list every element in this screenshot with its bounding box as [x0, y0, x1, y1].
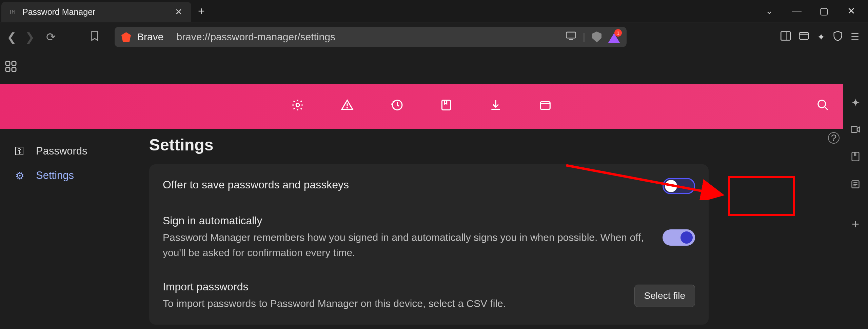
bookmark-page-icon[interactable]	[440, 99, 453, 115]
auto-signin-title: Sign in automatically	[163, 214, 652, 227]
leo-ai-icon[interactable]: ✦	[817, 32, 825, 43]
row-auto-signin: Sign in automatically Password Manager r…	[149, 204, 709, 270]
nav-settings-label: Settings	[36, 169, 74, 182]
close-window-button[interactable]: ✕	[844, 5, 858, 17]
omnibox-actions: | 1	[566, 31, 620, 43]
settings-card: Offer to save passwords and passkeys Sig…	[149, 164, 709, 325]
svg-point-14	[818, 100, 826, 107]
svg-rect-16	[851, 126, 857, 132]
address-bar[interactable]: Brave brave://password-manager/settings …	[115, 27, 627, 47]
titlebar: ⚿ Password Manager ✕ + ⌄ ― ▢ ✕	[0, 0, 868, 22]
reading-list-icon[interactable]	[851, 179, 860, 192]
hamburger-menu-icon[interactable]: ☰	[851, 32, 859, 43]
svg-rect-7	[12, 67, 16, 71]
auto-signin-desc: Password Manager remembers how you signe…	[163, 230, 652, 260]
settings-gear-icon[interactable]	[291, 99, 304, 115]
auto-signin-toggle[interactable]	[663, 229, 695, 246]
row-import: Import passwords To import passwords to …	[149, 270, 709, 321]
bookmarks-sidebar-icon[interactable]	[851, 151, 860, 164]
bookmark-icon[interactable]	[90, 30, 100, 44]
apps-grid-icon[interactable]	[5, 60, 17, 75]
minimize-button[interactable]: ―	[790, 6, 804, 17]
search-icon[interactable]	[816, 99, 829, 115]
video-icon[interactable]	[850, 124, 861, 137]
brave-rewards-icon[interactable]: 1	[608, 31, 620, 43]
nav-settings[interactable]: ⚙ Settings	[3, 163, 139, 188]
add-panel-icon[interactable]: +	[852, 217, 859, 231]
tab-search-icon[interactable]: ⌄	[766, 6, 773, 16]
reload-button[interactable]: ⟳	[44, 30, 58, 44]
key-icon: ⚿	[14, 145, 26, 157]
nav-passwords-label: Passwords	[36, 145, 87, 157]
svg-point-10	[347, 107, 348, 108]
offer-save-title: Offer to save passwords and passkeys	[163, 179, 652, 191]
alert-triangle-icon[interactable]	[341, 99, 354, 115]
window-controls: ― ▢ ✕	[790, 5, 858, 17]
rewards-badge: 1	[614, 29, 622, 37]
brave-shields-icon[interactable]	[592, 32, 601, 42]
key-icon: ⚿	[8, 9, 18, 15]
svg-point-8	[296, 103, 299, 107]
help-icon[interactable]: ?	[828, 132, 840, 144]
toolbar-right: ✦ ☰	[781, 30, 859, 44]
svg-line-15	[825, 106, 828, 110]
toolbar: ❮ ❯ ⟳ Brave brave://password-manager/set…	[0, 22, 868, 52]
select-file-button[interactable]: Select file	[634, 285, 695, 307]
left-nav: ⚿ Passwords ⚙ Settings	[0, 129, 142, 329]
import-title: Import passwords	[163, 281, 624, 293]
url-text: brave://password-manager/settings	[176, 31, 559, 43]
page-title: Settings	[149, 136, 829, 154]
history-clock-icon[interactable]	[390, 99, 403, 115]
content: ? Settings Offer to save passwords and p…	[142, 129, 843, 329]
svg-rect-5	[12, 61, 16, 65]
browser-tab[interactable]: ⚿ Password Manager ✕	[1, 2, 191, 22]
wallet-icon[interactable]	[799, 31, 809, 43]
apps-row	[0, 52, 868, 84]
forward-button[interactable]: ❯	[23, 30, 37, 44]
close-tab-icon[interactable]: ✕	[173, 5, 184, 19]
row-offer-save: Offer to save passwords and passkeys	[149, 168, 709, 204]
right-sidebar: ✦ +	[843, 84, 868, 329]
shield-outline-icon[interactable]	[833, 30, 843, 44]
nav-passwords[interactable]: ⚿ Passwords	[3, 139, 139, 163]
svg-rect-1	[781, 32, 790, 40]
svg-rect-3	[799, 33, 809, 39]
new-tab-button[interactable]: +	[198, 4, 205, 18]
svg-rect-6	[6, 67, 10, 71]
offer-save-toggle[interactable]	[663, 178, 695, 194]
password-manager-toolbar	[0, 84, 843, 129]
svg-rect-4	[6, 61, 10, 65]
back-button[interactable]: ❮	[5, 30, 18, 44]
svg-rect-0	[566, 32, 576, 38]
gear-icon: ⚙	[14, 170, 26, 182]
cast-icon[interactable]	[566, 32, 576, 43]
maximize-button[interactable]: ▢	[817, 5, 831, 17]
sidepanel-icon[interactable]	[781, 31, 791, 43]
download-icon[interactable]	[489, 99, 502, 115]
brave-logo-icon	[121, 32, 131, 42]
main: ⚿ Passwords ⚙ Settings ? Settings Offer …	[0, 129, 868, 329]
import-desc: To import passwords to Password Manager …	[163, 296, 624, 311]
leo-sparkle-icon[interactable]: ✦	[851, 96, 860, 109]
brave-label: Brave	[137, 31, 163, 43]
folder-icon[interactable]	[539, 99, 552, 115]
tab-title: Password Manager	[22, 7, 173, 17]
